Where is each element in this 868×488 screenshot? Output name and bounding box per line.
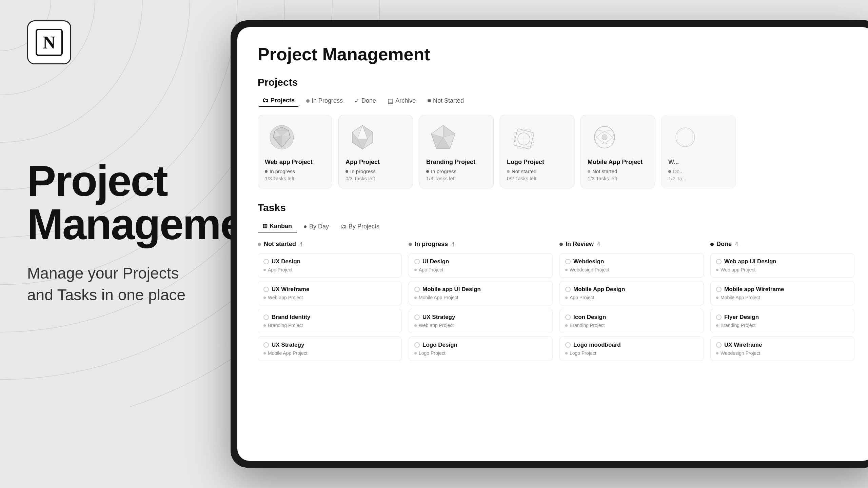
task-circle (716, 314, 722, 320)
byday-label: By Day (309, 223, 329, 230)
task-card-logo-design[interactable]: Logo Design Logo Project (409, 337, 553, 361)
task-card-ux-wireframe-ns[interactable]: UX Wireframe Web app Project (258, 281, 402, 305)
task-card-ux-wireframe-done[interactable]: UX Wireframe Webdesign Project (710, 337, 854, 361)
project-card-logo[interactable]: Logo Project Not started 0/2 Tasks left (500, 115, 574, 188)
project-dot (263, 269, 266, 271)
gem-icon-logo (507, 122, 541, 152)
col-dot-not-started (258, 243, 261, 246)
projects-section-title: Projects (258, 77, 854, 88)
hero-title: ProjectManagement (27, 159, 210, 246)
col-in-progress: In progress 4 UI Design App Project (409, 241, 553, 364)
projects-tab-bar: 🗂 Projects In Progress ✓ Done ▤ Archive … (258, 95, 854, 107)
task-card-mobile-app-design[interactable]: Mobile App Design App Project (559, 281, 704, 305)
byprojects-icon: 🗂 (340, 223, 347, 230)
task-tab-byprojects[interactable]: 🗂 By Projects (336, 221, 384, 232)
col-count-done: 4 (735, 241, 738, 247)
task-name-icon-design: Icon Design (565, 314, 698, 321)
task-card-logo-moodboard[interactable]: Logo moodboard Logo Project (559, 337, 704, 361)
col-dot-in-progress (409, 243, 412, 246)
app-title: Project Management (258, 44, 854, 64)
project-dot (414, 269, 417, 271)
task-project-webdesign: Webdesign Project (565, 267, 698, 272)
gem-icon-app (346, 122, 379, 152)
task-circle (565, 287, 571, 292)
task-project-logo-moodboard: Logo Project (565, 350, 698, 356)
task-card-webapp-ui[interactable]: Web app UI Design Web app Project (710, 253, 854, 278)
project-dot (716, 352, 718, 354)
task-project-icon-design: Branding Project (565, 323, 698, 328)
project-card-extra[interactable]: W... Do... 1/2 Ta... (661, 115, 736, 188)
project-cards: Web app Project In progress 1/3 Tasks le… (258, 115, 854, 188)
task-circle (414, 314, 420, 320)
task-project-ux-strategy-ip: Web app Project (414, 323, 547, 328)
tab-archive-icon: ▤ (388, 97, 393, 105)
task-card-ui-design[interactable]: UI Design App Project (409, 253, 553, 278)
task-circle (263, 314, 269, 320)
project-card-branding[interactable]: Branding Project In progress 1/3 Tasks l… (419, 115, 494, 188)
task-circle (716, 287, 722, 292)
task-card-ux-design[interactable]: UX Design App Project (258, 253, 402, 278)
card-name-logo: Logo Project (507, 159, 567, 166)
task-card-ux-strategy-ip[interactable]: UX Strategy Web app Project (409, 309, 553, 333)
card-name-branding: Branding Project (426, 159, 487, 166)
project-dot (565, 324, 568, 327)
tab-projects[interactable]: 🗂 Projects (258, 95, 299, 107)
tablet-frame: Project Management Projects 🗂 Projects I… (231, 20, 868, 468)
task-card-mobile-ui[interactable]: Mobile app UI Design Mobile App Project (409, 281, 553, 305)
task-card-brand-identity[interactable]: Brand Identity Branding Project (258, 309, 402, 333)
col-count-in-review: 4 (597, 241, 600, 247)
project-card-mobileapp[interactable]: Mobile App Project Not started 1/3 Tasks… (580, 115, 655, 188)
gem-icon-extra (668, 122, 702, 152)
col-title-not-started: Not started (264, 241, 296, 248)
gem-icon-branding (426, 122, 460, 152)
task-project-ui-design: App Project (414, 267, 547, 272)
tab-in-progress-icon (306, 99, 310, 103)
kanban-board: Not started 4 UX Design App Project (258, 241, 854, 364)
col-header-done: Done 4 (710, 241, 854, 248)
task-card-icon-design[interactable]: Icon Design Branding Project (559, 309, 704, 333)
col-count-not-started: 4 (299, 241, 302, 247)
task-name-logo-design: Logo Design (414, 342, 547, 348)
project-dot (414, 324, 417, 327)
task-tab-byday[interactable]: ● By Day (299, 221, 334, 232)
task-circle (414, 342, 420, 348)
tab-archive-label: Archive (395, 97, 416, 104)
tab-archive[interactable]: ▤ Archive (383, 95, 420, 107)
card-tasks-app: 0/3 Tasks left (346, 176, 406, 181)
project-card-app[interactable]: App Project In progress 0/3 Tasks left (338, 115, 413, 188)
project-dot (716, 297, 718, 299)
byprojects-label: By Projects (349, 223, 379, 230)
left-panel: N ProjectManagement Manage your Projects… (0, 0, 237, 488)
task-card-mobile-wireframe[interactable]: Mobile app Wireframe Mobile App Project (710, 281, 854, 305)
col-done: Done 4 Web app UI Design Web app Project (710, 241, 854, 364)
col-count-in-progress: 4 (451, 241, 454, 247)
task-card-flyer-design[interactable]: Flyer Design Branding Project (710, 309, 854, 333)
svg-point-19 (676, 128, 695, 147)
tab-not-started-label: Not Started (433, 97, 464, 104)
col-title-in-review: In Review (566, 241, 594, 248)
status-dot-logo (507, 170, 510, 173)
col-header-not-started: Not started 4 (258, 241, 402, 248)
byday-icon: ● (303, 223, 307, 230)
tablet-container: Project Management Projects 🗂 Projects I… (231, 20, 868, 468)
tab-not-started[interactable]: ■ Not Started (422, 95, 469, 106)
tab-in-progress[interactable]: In Progress (301, 95, 348, 106)
task-name-logo-moodboard: Logo moodboard (565, 342, 698, 348)
project-card-webapp[interactable]: Web app Project In progress 1/3 Tasks le… (258, 115, 332, 188)
card-status-branding: In progress (426, 168, 487, 174)
tab-projects-icon: 🗂 (262, 97, 269, 104)
task-circle (414, 259, 420, 264)
status-dot-webapp (265, 170, 268, 173)
gem-icon-mobileapp (588, 122, 622, 152)
task-tab-kanban[interactable]: ⊞ Kanban (258, 220, 297, 232)
col-header-in-review: In Review 4 (559, 241, 704, 248)
svg-point-18 (602, 135, 607, 140)
project-dot (263, 297, 266, 299)
project-dot (414, 352, 417, 354)
task-card-ux-strategy-ns[interactable]: UX Strategy Mobile App Project (258, 337, 402, 361)
task-project-ux-strategy-ns: Mobile App Project (263, 350, 396, 356)
task-card-webdesign[interactable]: Webdesign Webdesign Project (559, 253, 704, 278)
task-name-mobile-wireframe: Mobile app Wireframe (716, 286, 849, 293)
tab-done[interactable]: ✓ Done (350, 95, 381, 107)
card-name-webapp: Web app Project (265, 159, 325, 166)
